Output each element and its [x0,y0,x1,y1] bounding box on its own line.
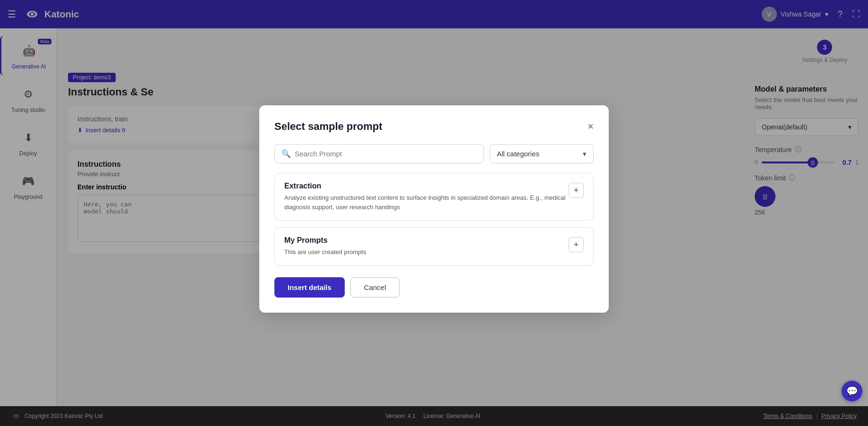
search-row: 🔍 All categories ▾ [274,144,594,163]
search-input[interactable] [295,150,477,158]
insert-details-button[interactable]: Insert details [274,277,345,297]
extraction-content: Extraction Analyze existing unstructured… [284,182,569,212]
modal-header: Select sample prompt × [274,120,594,133]
extraction-add-button[interactable]: + [569,183,584,198]
category-select[interactable]: All categories ▾ [490,144,594,163]
prompt-card-my-prompts[interactable]: My Prompts This are user created prompts… [274,227,594,266]
select-prompt-modal: Select sample prompt × 🔍 All categories … [259,105,609,313]
my-prompts-content: My Prompts This are user created prompts [284,236,366,257]
my-prompts-desc: This are user created prompts [284,247,366,257]
my-prompts-add-button[interactable]: + [569,237,584,252]
modal-footer: Insert details Cancel [274,277,594,297]
category-chevron-icon: ▾ [583,149,587,158]
my-prompts-title: My Prompts [284,236,366,245]
prompt-card-extraction[interactable]: Extraction Analyze existing unstructured… [274,173,594,221]
cancel-button[interactable]: Cancel [350,277,400,297]
chat-bubble-button[interactable]: 💬 [842,381,862,401]
category-value: All categories [497,150,539,158]
modal-title: Select sample prompt [274,120,383,133]
modal-close-button[interactable]: × [587,120,594,133]
extraction-title: Extraction [284,182,569,190]
search-icon: 🔍 [281,149,291,158]
extraction-desc: Analyze existing unstructured text conte… [284,193,569,212]
search-input-wrap: 🔍 [274,144,484,163]
